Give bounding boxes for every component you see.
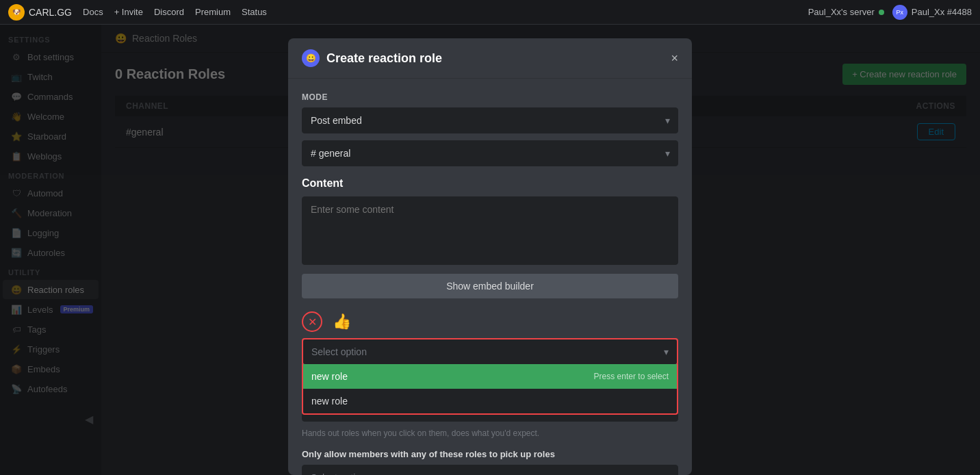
- emoji-row: ✕ 👍: [302, 309, 678, 334]
- modal-overlay: 😀 Create reaction role × Mode Post embed…: [101, 25, 980, 475]
- nav-discord[interactable]: Discord: [154, 7, 184, 17]
- logo-icon: 🐶: [8, 4, 25, 21]
- top-nav-right: Paul_Xx's server Px Paul_Xx #4488: [808, 5, 972, 20]
- role-option-label-1: new role: [311, 371, 348, 382]
- message-type-helper: Hands out roles when you click on them, …: [302, 428, 678, 438]
- role-option-hint: Press enter to select: [594, 372, 669, 381]
- layout: Settings ⚙ Bot settings 📺 Twitch 💬 Comma…: [0, 25, 980, 475]
- modal-header: 😀 Create reaction role ×: [288, 38, 692, 79]
- user-avatar: Px: [892, 5, 907, 20]
- nav-docs[interactable]: Docs: [83, 7, 103, 17]
- role-option-label-2: new role: [311, 396, 348, 407]
- role-select-container: Select option ▾ new role Press enter to …: [302, 338, 678, 365]
- server-name: Paul_Xx's server: [808, 7, 875, 17]
- mode-label: Mode: [302, 92, 678, 102]
- content-section: Content Show embed builder: [302, 177, 678, 298]
- mode-select-wrapper: Post embed ▾: [302, 107, 678, 133]
- user-info[interactable]: Px Paul_Xx #4488: [892, 5, 972, 20]
- top-nav: 🐶 CARL.GG Docs + Invite Discord Premium …: [0, 0, 980, 25]
- restrict-section: Only allow members with any of these rol…: [302, 449, 678, 475]
- modal-title-row: 😀 Create reaction role: [302, 49, 442, 67]
- restrict-select[interactable]: Select option: [302, 465, 678, 475]
- modal-emoji-icon: 😀: [302, 49, 320, 67]
- restrict-label: Only allow members with any of these rol…: [302, 449, 678, 459]
- top-nav-left: 🐶 CARL.GG Docs + Invite Discord Premium …: [8, 4, 267, 21]
- nav-premium[interactable]: Premium: [195, 7, 231, 17]
- logo-text: CARL.GG: [29, 7, 72, 18]
- role-select-placeholder: Select option: [311, 346, 367, 357]
- server-status-dot: [879, 10, 884, 15]
- emoji-remove-button[interactable]: ✕: [302, 311, 322, 332]
- show-embed-builder-button[interactable]: Show embed builder: [302, 274, 678, 298]
- modal-close-button[interactable]: ×: [671, 52, 678, 64]
- channel-select-wrapper: # general ▾: [302, 140, 678, 166]
- modal-body: Mode Post embed ▾ # general ▾: [288, 79, 692, 475]
- emoji-thumbs-up[interactable]: 👍: [329, 309, 354, 334]
- role-option-new-role-highlighted[interactable]: new role Press enter to select: [303, 364, 677, 389]
- main-content: 😀 Reaction Roles 0 Reaction Roles + Crea…: [101, 25, 980, 475]
- content-label: Content: [302, 177, 678, 190]
- nav-status[interactable]: Status: [242, 7, 267, 17]
- content-textarea[interactable]: [302, 196, 678, 265]
- role-dropdown: new role Press enter to select new role: [302, 364, 678, 415]
- server-info[interactable]: Paul_Xx's server: [808, 7, 884, 17]
- channel-select[interactable]: # general: [302, 140, 678, 166]
- role-select-arrow: ▾: [664, 346, 669, 357]
- role-select-input[interactable]: Select option ▾: [303, 339, 677, 364]
- nav-invite[interactable]: + Invite: [114, 7, 143, 17]
- create-reaction-role-modal: 😀 Create reaction role × Mode Post embed…: [288, 38, 692, 475]
- modal-title: Create reaction role: [326, 51, 442, 66]
- logo[interactable]: 🐶 CARL.GG: [8, 4, 72, 21]
- restrict-select-wrapper: Select option ▾: [302, 465, 678, 475]
- mode-select[interactable]: Post embed: [302, 107, 678, 133]
- role-option-new-role[interactable]: new role: [303, 389, 677, 413]
- username: Paul_Xx #4488: [912, 7, 972, 17]
